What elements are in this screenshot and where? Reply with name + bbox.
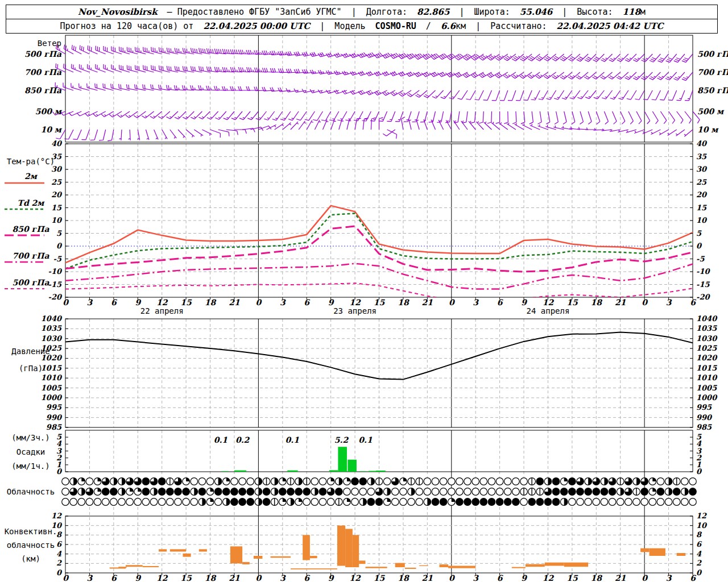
wind-barb: [175, 66, 186, 72]
wind-barb: [119, 65, 130, 72]
temp-ytick-left: 20: [51, 190, 63, 199]
cloud-cover-fill: [98, 478, 101, 481]
temp-ytick-right: -20: [696, 293, 710, 301]
cloud-cover-symbol: [239, 478, 246, 485]
hour-label-bottom: 15: [374, 573, 386, 582]
cloud-cover-fill: [226, 498, 230, 506]
cloud-cover-fill: [636, 478, 640, 485]
convective-cloud-bar: [199, 549, 207, 551]
hour-label: 15: [566, 298, 578, 307]
cloud-cover-symbol: [400, 498, 407, 506]
cloud-cover-fill: [669, 488, 672, 496]
temp-ytick-right: 30: [696, 165, 708, 173]
cloud-cover-symbol: [198, 488, 206, 496]
convective-cloud-bar: [254, 556, 263, 559]
precip-3h-amount: 0.1: [286, 435, 300, 444]
cloud-cover-symbol: [472, 498, 479, 506]
cloud-cover-symbol: [432, 478, 439, 485]
pressure-ytick-right: 990: [696, 413, 713, 422]
cloud-cover-symbol: [167, 498, 174, 506]
cloud-cover-symbol: [649, 498, 656, 506]
pressure-ytick-left: 1010: [41, 373, 63, 382]
cloud-cover-symbol: [569, 498, 576, 506]
legend-label-700: 700 гПа: [1, 251, 60, 260]
cloud-cover-symbol: [287, 488, 295, 496]
cloud-cover-symbol: [472, 478, 479, 485]
cloud-cover-fill: [98, 488, 101, 492]
pressure-ytick-left: 1035: [41, 324, 62, 332]
cloud-cover-symbol: [110, 488, 118, 496]
wind-barb: [424, 119, 428, 130]
hour-label-bottom: 18: [205, 573, 217, 582]
wind-level-label-left: 500 м: [35, 107, 63, 116]
wind-barb: [669, 111, 675, 124]
wind-barb: [73, 130, 81, 139]
cloud-cover-symbol: [424, 478, 431, 485]
cloud-cover-fill: [564, 478, 568, 481]
wind-barb: [119, 47, 130, 54]
hour-label-bottom: 0: [449, 573, 455, 582]
cloud-cover-fill: [122, 478, 125, 485]
cloud-cover-fill: [564, 498, 568, 506]
cloud-cover-fill: [685, 488, 688, 496]
convective-cloud-bar: [640, 548, 650, 552]
wind-barb: [127, 47, 138, 54]
hour-label: 3: [87, 298, 93, 307]
cloud-cover-symbol: [359, 478, 367, 485]
temp-ytick-right: 5: [696, 229, 702, 238]
precip-3h-amount: 5.2: [334, 435, 349, 444]
cloud-cover-symbol: [456, 488, 464, 496]
cloud-cover-symbol: [689, 498, 697, 506]
convective-cloud-bar: [118, 567, 126, 568]
cloud-cover-symbol: [440, 498, 447, 506]
cloud-cover-symbol: [351, 498, 359, 506]
cloud-cover-symbol: [569, 478, 576, 485]
hour-label: 6: [304, 298, 310, 307]
wind-barb: [407, 90, 419, 97]
cloud-cover-symbol: [279, 488, 287, 496]
wind-barb: [530, 124, 540, 130]
precip-bar: [221, 471, 229, 472]
cloud-cover-symbol: [319, 498, 326, 506]
temp-ytick-left: 40: [51, 139, 63, 148]
cloud-cover-symbol: [303, 488, 311, 496]
wind-barb: [684, 130, 693, 136]
wind-barb: [588, 111, 592, 124]
cloud-cover-symbol: [512, 488, 520, 496]
cloud-cover-fill: [621, 488, 624, 496]
convective-cloud-bar: [291, 568, 337, 569]
convective-cloud-bar: [564, 563, 588, 567]
pressure-ytick-right: 1030: [696, 334, 718, 343]
cloud-cover-symbol: [78, 498, 85, 506]
wind-barb: [516, 90, 524, 101]
cloud-cover-symbol: [335, 488, 342, 496]
wind-barb: [90, 130, 98, 140]
cloud-cover-fill: [347, 498, 350, 502]
wind-barb: [395, 111, 403, 122]
pressure-ytick-right: 1040: [696, 314, 718, 323]
cloud-cover-fill: [275, 488, 278, 496]
wind-barb: [186, 130, 195, 138]
wind-barb: [429, 111, 436, 122]
hour-label-bottom: 3: [87, 573, 93, 582]
cloud-cover-symbol: [448, 478, 455, 485]
cloud-cover-symbol: [359, 488, 367, 496]
cloud-cover-fill: [371, 478, 374, 485]
temp-ytick-right: -5: [696, 255, 705, 263]
convective-unit: (км): [1, 554, 60, 563]
hour-label-bottom: 3: [280, 573, 286, 582]
convective-ytick-right: 0: [696, 568, 702, 577]
wind-barb: [635, 90, 644, 100]
wind-barb: [159, 47, 170, 54]
wind-barb: [409, 119, 411, 130]
cloud-cover-symbol: [367, 498, 375, 506]
wind-barb: [499, 122, 508, 130]
wind-barb: [491, 122, 500, 130]
cloud-cover-symbol: [391, 488, 399, 496]
wind-barb: [315, 120, 321, 130]
hour-label-bottom: 15: [180, 573, 192, 582]
hour-label: 6: [497, 298, 503, 307]
cloud-cover-symbol: [191, 478, 198, 485]
wind-barb: [61, 111, 73, 115]
cloud-cover-symbol: [657, 478, 664, 485]
